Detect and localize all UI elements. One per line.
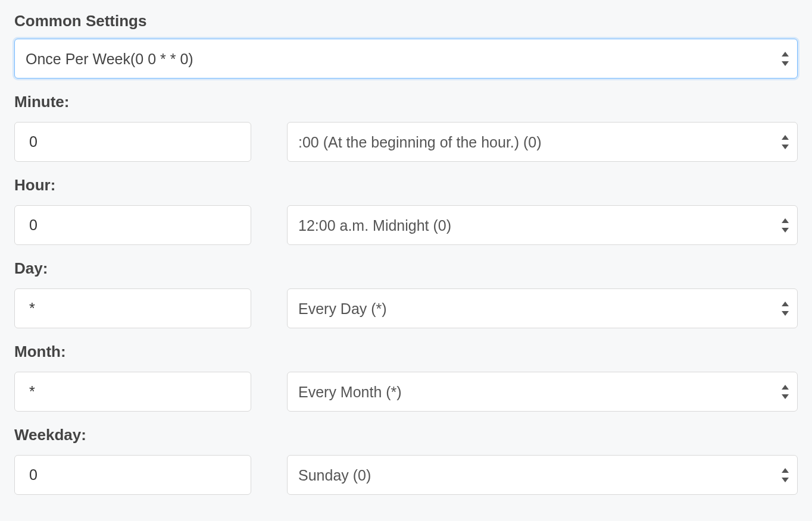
hour-input[interactable] xyxy=(14,205,251,245)
minute-input[interactable] xyxy=(14,122,251,162)
day-select[interactable]: Every Day (*) xyxy=(287,288,798,328)
weekday-input[interactable] xyxy=(14,455,251,495)
weekday-row: Sunday (0) xyxy=(14,455,798,495)
weekday-select[interactable]: Sunday (0) xyxy=(287,455,798,495)
month-select-wrap: Every Month (*) xyxy=(287,372,798,412)
day-select-wrap: Every Day (*) xyxy=(287,288,798,328)
month-select[interactable]: Every Month (*) xyxy=(287,372,798,412)
month-input[interactable] xyxy=(14,372,251,412)
hour-label: Hour: xyxy=(14,176,798,194)
cron-settings-form: Common Settings Once Per Week(0 0 * * 0)… xyxy=(0,0,812,507)
minute-label: Minute: xyxy=(14,93,798,111)
common-settings-select-wrap: Once Per Week(0 0 * * 0) xyxy=(14,39,798,79)
common-settings-select[interactable]: Once Per Week(0 0 * * 0) xyxy=(14,39,798,79)
minute-row: :00 (At the beginning of the hour.) (0) xyxy=(14,122,798,162)
minute-select[interactable]: :00 (At the beginning of the hour.) (0) xyxy=(287,122,798,162)
weekday-select-wrap: Sunday (0) xyxy=(287,455,798,495)
minute-select-wrap: :00 (At the beginning of the hour.) (0) xyxy=(287,122,798,162)
weekday-label: Weekday: xyxy=(14,426,798,444)
hour-row: 12:00 a.m. Midnight (0) xyxy=(14,205,798,245)
month-row: Every Month (*) xyxy=(14,372,798,412)
hour-select[interactable]: 12:00 a.m. Midnight (0) xyxy=(287,205,798,245)
day-input[interactable] xyxy=(14,288,251,328)
day-row: Every Day (*) xyxy=(14,288,798,328)
month-label: Month: xyxy=(14,343,798,361)
hour-select-wrap: 12:00 a.m. Midnight (0) xyxy=(287,205,798,245)
common-settings-label: Common Settings xyxy=(14,12,798,30)
day-label: Day: xyxy=(14,259,798,278)
